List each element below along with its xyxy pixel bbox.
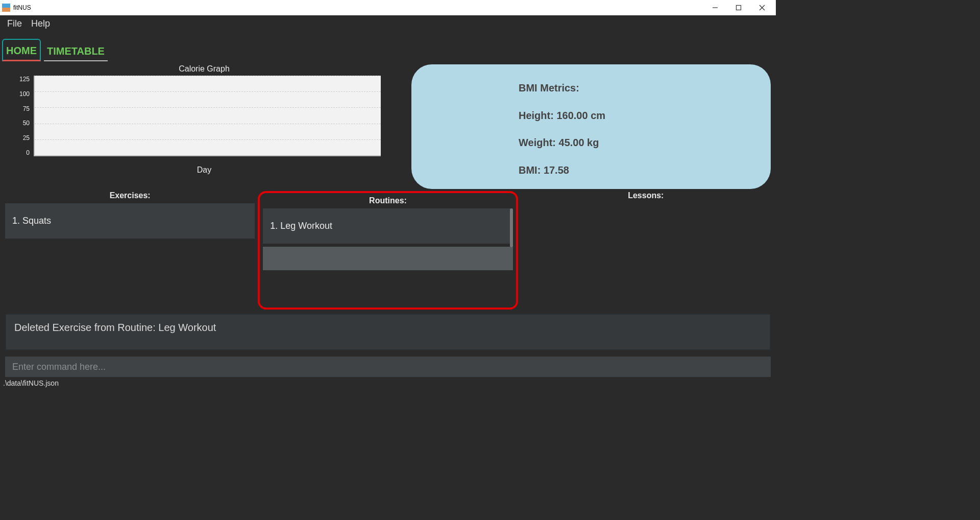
command-input[interactable] <box>5 357 771 377</box>
menu-help[interactable]: Help <box>31 18 50 29</box>
routines-column: Routines: 1. Leg Workout <box>258 191 518 310</box>
tab-home[interactable]: HOME <box>2 39 41 61</box>
svg-rect-1 <box>737 6 741 10</box>
exercises-header: Exercises: <box>5 191 255 200</box>
chart-x-axis-label: Day <box>5 166 403 175</box>
menu-file[interactable]: File <box>7 18 22 29</box>
minimize-icon <box>712 5 718 11</box>
bmi-title: BMI Metrics: <box>519 82 750 94</box>
status-bar: .\data\fitNUS.json <box>0 377 776 388</box>
y-tick: 0 <box>9 149 30 156</box>
chart-plot-area <box>34 76 381 156</box>
bmi-value: BMI: 17.58 <box>519 164 750 176</box>
window-title-bar: fitNUS <box>0 0 776 15</box>
tab-bar: HOME TIMETABLE <box>0 32 776 61</box>
y-tick: 75 <box>9 105 30 112</box>
close-button[interactable] <box>750 0 774 15</box>
menu-bar: File Help <box>0 15 776 32</box>
chart-wrap: Daily Calories 125 100 75 50 25 0 <box>34 76 403 156</box>
bmi-height: Height: 160.00 cm <box>519 110 750 122</box>
y-tick: 125 <box>9 76 30 83</box>
bmi-metrics-panel: BMI Metrics: Height: 160.00 cm Weight: 4… <box>411 64 771 189</box>
main-row: Calorie Graph Daily Calories 125 100 75 … <box>0 61 776 190</box>
maximize-icon <box>736 5 742 11</box>
chart-title: Calorie Graph <box>5 64 403 74</box>
scrollbar-thumb[interactable] <box>510 208 513 247</box>
y-tick: 50 <box>9 120 30 127</box>
close-icon <box>759 5 765 11</box>
columns-row: Exercises: 1. Squats Routines: 1. Leg Wo… <box>0 191 776 310</box>
exercises-column: Exercises: 1. Squats <box>5 191 255 310</box>
command-input-row <box>5 357 771 377</box>
y-tick: 100 <box>9 90 30 98</box>
chart-y-ticks: 125 100 75 50 25 0 <box>9 76 30 156</box>
window-title: fitNUS <box>13 4 31 11</box>
routines-header: Routines: <box>263 196 512 205</box>
list-item[interactable]: 1. Leg Workout <box>263 208 512 244</box>
app-logo-icon <box>2 4 10 12</box>
minimize-button[interactable] <box>703 0 727 15</box>
routines-body: 1. Leg Workout <box>263 208 512 304</box>
bmi-weight: Weight: 45.00 kg <box>519 137 750 149</box>
exercises-body: 1. Squats <box>5 203 255 310</box>
tab-timetable[interactable]: TIMETABLE <box>44 40 108 61</box>
list-item[interactable]: 1. Squats <box>5 203 255 239</box>
maximize-button[interactable] <box>727 0 750 15</box>
lessons-column: Lessons: <box>521 191 771 310</box>
feedback-message: Deleted Exercise from Routine: Leg Worko… <box>5 314 771 350</box>
calorie-chart-panel: Calorie Graph Daily Calories 125 100 75 … <box>5 64 403 189</box>
lessons-header: Lessons: <box>521 191 771 200</box>
lessons-body <box>521 203 771 310</box>
y-tick: 25 <box>9 134 30 141</box>
list-item[interactable] <box>263 247 512 270</box>
